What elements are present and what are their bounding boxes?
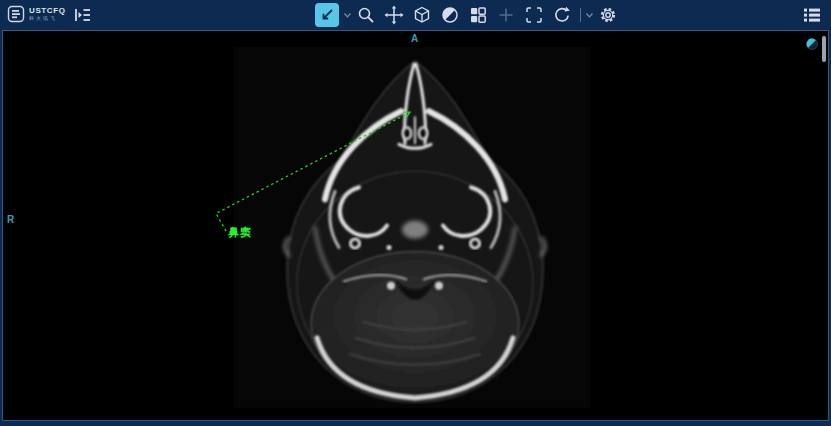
reset-tool[interactable] [550, 3, 574, 27]
circular-arrow-icon [552, 5, 572, 25]
center-toolbar [315, 3, 624, 27]
zoom-tool[interactable] [354, 3, 378, 27]
corner-brackets-icon [524, 5, 544, 25]
scan-canvas[interactable] [3, 31, 828, 420]
series-list-button[interactable] [800, 3, 824, 27]
list-menu-icon [801, 5, 823, 25]
app-window: USTCFQ 科大讯飞 [0, 0, 831, 426]
gear-icon [598, 5, 618, 25]
top-toolbar: USTCFQ 科大讯飞 [0, 0, 831, 30]
reset-tool-dropdown-caret[interactable] [585, 3, 593, 27]
window-level-tool[interactable] [438, 3, 462, 27]
grid-2x2-icon [468, 5, 488, 25]
layout-tool[interactable] [466, 3, 490, 27]
plus-icon [496, 5, 516, 25]
panel-toggle-button[interactable] [70, 3, 94, 27]
indent-menu-icon [72, 5, 92, 25]
pan-tool[interactable] [382, 3, 406, 27]
viewport-contrast-icon[interactable] [806, 38, 818, 50]
annotation-label[interactable]: 鼻窦 [228, 225, 252, 240]
logo-icon [6, 4, 26, 24]
move-arrows-icon [384, 5, 404, 25]
logo-title: USTCFQ [29, 7, 66, 15]
app-logo: USTCFQ 科大讯飞 [6, 4, 66, 24]
settings-tool[interactable] [596, 3, 620, 27]
orientation-marker-right: R [7, 214, 14, 225]
diagonal-arrow-icon [317, 5, 337, 25]
image-viewport[interactable]: A R 鼻窦 [2, 30, 829, 421]
fit-screen-tool[interactable] [522, 3, 546, 27]
arrow-tool-dropdown-caret[interactable] [343, 3, 351, 27]
series-scrollbar-thumb[interactable] [822, 36, 826, 62]
logo-subtitle: 科大讯飞 [29, 16, 66, 21]
arrow-annotation-tool[interactable] [315, 3, 339, 27]
magnifier-icon [356, 5, 376, 25]
orientation-marker-anterior: A [411, 33, 418, 44]
toolbar-divider [580, 8, 581, 22]
add-tool[interactable] [494, 3, 518, 27]
cube-icon [412, 5, 432, 25]
volume-3d-tool[interactable] [410, 3, 434, 27]
contrast-circle-icon [440, 5, 460, 25]
